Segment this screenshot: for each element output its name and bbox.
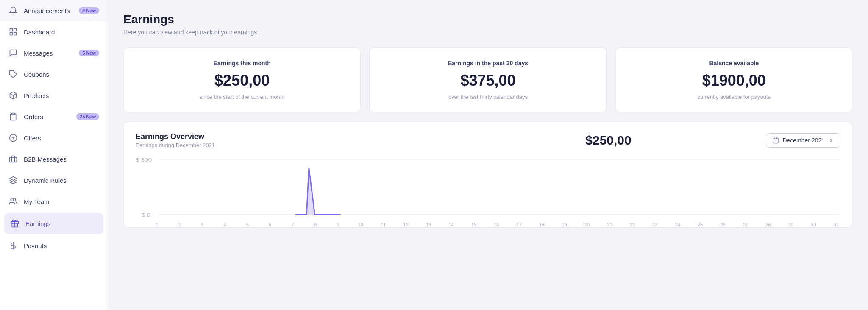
sidebar-item-products[interactable]: Products xyxy=(0,85,108,106)
chart-subtitle: Earnings during December 2021 xyxy=(136,142,451,148)
chart-date-button[interactable]: December 2021 xyxy=(766,133,840,148)
chart-x-axis: 1 2 3 4 5 6 7 8 9 10 11 12 13 14 15 16 1… xyxy=(136,221,840,232)
page-title: Earnings xyxy=(123,13,853,26)
stat-label-past-30: Earnings in the past 30 days xyxy=(382,60,593,67)
offers-icon xyxy=(8,133,18,142)
svg-rect-2 xyxy=(14,33,17,35)
layers-icon xyxy=(8,176,18,185)
svg-rect-10 xyxy=(10,157,17,162)
chart-header: Earnings Overview Earnings during Decemb… xyxy=(136,132,840,148)
stat-card-this-month: Earnings this month $250,00 since the st… xyxy=(123,47,361,112)
sidebar-item-announcements[interactable]: Announcements 2 New xyxy=(0,0,108,21)
chevron-right-icon xyxy=(828,137,834,143)
sidebar-label-earnings: Earnings xyxy=(25,220,50,227)
stat-value-balance: $1900,00 xyxy=(629,72,840,89)
announcements-badge: 2 New xyxy=(79,7,99,14)
sidebar-label-offers: Offers xyxy=(24,134,41,142)
payout-icon xyxy=(8,241,18,250)
stat-card-past-30: Earnings in the past 30 days $375,00 ove… xyxy=(369,47,606,112)
sidebar-item-b2b-messages[interactable]: B2B Messages xyxy=(0,148,108,170)
svg-rect-6 xyxy=(12,113,15,115)
stat-desc-balance: currently available for payouts xyxy=(629,94,840,100)
svg-rect-3 xyxy=(10,33,13,35)
sidebar-item-dynamic-rules[interactable]: Dynamic Rules xyxy=(0,170,108,191)
sidebar-item-my-team[interactable]: My Team xyxy=(0,191,108,212)
chart-area: $ 300 $ 0 1 2 3 4 5 6 7 8 xyxy=(136,155,840,227)
stat-value-past-30: $375,00 xyxy=(382,72,593,89)
sidebar-label-dashboard: Dashboard xyxy=(24,28,55,36)
bell-icon xyxy=(8,6,18,15)
sidebar-item-messages[interactable]: Messages 5 New xyxy=(0,42,108,64)
sidebar-label-b2b-messages: B2B Messages xyxy=(24,156,67,163)
stat-value-this-month: $250,00 xyxy=(136,72,348,89)
sidebar-label-announcements: Announcements xyxy=(24,7,70,14)
stat-label-this-month: Earnings this month xyxy=(136,60,348,67)
svg-rect-1 xyxy=(14,29,17,31)
chart-date-label: December 2021 xyxy=(782,137,825,144)
stat-card-balance: Balance available $1900,00 currently ava… xyxy=(615,47,853,112)
team-icon xyxy=(8,197,18,206)
chart-title: Earnings Overview xyxy=(136,132,451,141)
stat-desc-this-month: since the start of the current month xyxy=(136,94,348,100)
chart-total: $250,00 xyxy=(451,133,766,148)
stat-label-balance: Balance available xyxy=(629,60,840,67)
main-content: Earnings Here you can view and keep trac… xyxy=(108,0,868,310)
sidebar-label-orders: Orders xyxy=(24,113,43,120)
svg-text:$ 300: $ 300 xyxy=(136,157,152,162)
chart-card: Earnings Overview Earnings during Decemb… xyxy=(123,122,853,228)
sidebar-item-earnings[interactable]: Earnings xyxy=(4,213,103,234)
sidebar-label-dynamic-rules: Dynamic Rules xyxy=(24,177,67,184)
sidebar-label-payouts: Payouts xyxy=(24,242,47,249)
sidebar-label-my-team: My Team xyxy=(24,198,50,205)
chat-icon xyxy=(8,48,18,58)
chart-fill xyxy=(295,168,341,215)
wallet-icon xyxy=(10,219,19,228)
svg-rect-0 xyxy=(10,29,13,31)
page-subtitle: Here you can view and keep track of your… xyxy=(123,29,853,36)
svg-point-12 xyxy=(11,198,14,201)
tag-icon xyxy=(8,70,18,79)
messages-badge: 5 New xyxy=(79,50,99,56)
sidebar-item-offers[interactable]: Offers xyxy=(0,127,108,148)
svg-marker-11 xyxy=(10,177,17,180)
stat-desc-past-30: over the last thirty calendar days xyxy=(382,94,593,100)
sidebar-item-dashboard[interactable]: Dashboard xyxy=(0,21,108,42)
orders-badge: 25 New xyxy=(76,113,99,120)
earnings-chart: $ 300 $ 0 xyxy=(136,155,840,219)
sidebar-label-products: Products xyxy=(24,92,49,99)
box-icon xyxy=(8,91,18,100)
stats-row: Earnings this month $250,00 since the st… xyxy=(123,47,853,112)
sidebar-label-coupons: Coupons xyxy=(24,71,49,78)
chart-title-section: Earnings Overview Earnings during Decemb… xyxy=(136,132,451,148)
clipboard-icon xyxy=(8,112,18,121)
sidebar-label-messages: Messages xyxy=(24,50,53,57)
sidebar-item-orders[interactable]: Orders 25 New xyxy=(0,106,108,127)
svg-rect-14 xyxy=(773,138,778,143)
grid-icon xyxy=(8,27,18,36)
briefcase-icon xyxy=(8,154,18,164)
calendar-icon xyxy=(772,137,779,144)
sidebar-item-coupons[interactable]: Coupons xyxy=(0,64,108,85)
svg-text:$ 0: $ 0 xyxy=(142,212,150,218)
sidebar: Announcements 2 New Dashboard Messages 5… xyxy=(0,0,108,310)
sidebar-item-payouts[interactable]: Payouts xyxy=(0,235,108,256)
chart-line xyxy=(295,168,341,215)
